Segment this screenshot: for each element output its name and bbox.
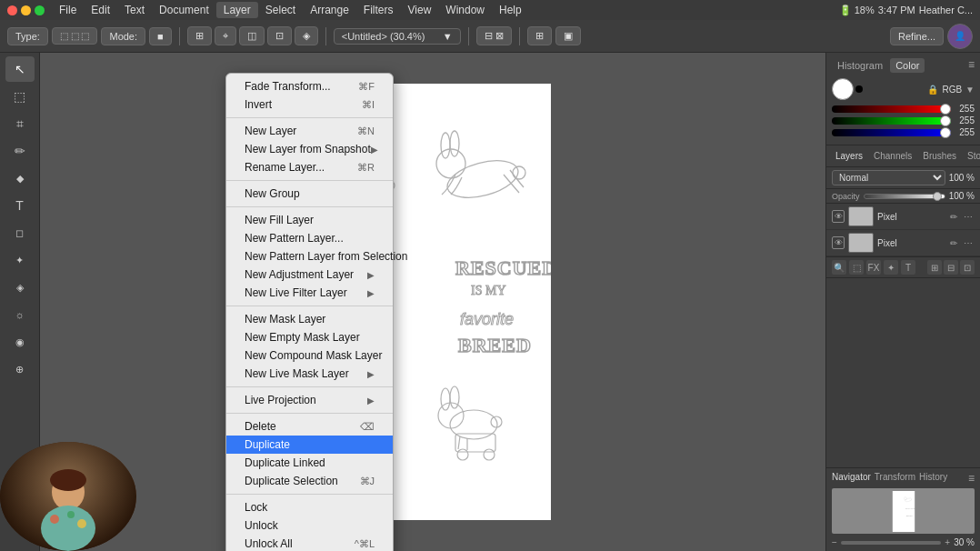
layer-fx-btn[interactable]: FX: [866, 260, 881, 275]
close-button[interactable]: [7, 5, 17, 15]
tool-sample[interactable]: ⊕: [5, 356, 35, 382]
layer-star-btn[interactable]: ✦: [884, 260, 898, 275]
menu-item-new-layer[interactable]: New Layer ⌘N: [226, 122, 393, 140]
canvas-area[interactable]: RESCUED IS MY favorite BREED: [40, 53, 825, 551]
menu-layer[interactable]: Layer: [216, 2, 258, 18]
toolbar-icon-1[interactable]: ⊞: [187, 26, 212, 45]
menu-item-lock[interactable]: Lock: [226, 498, 393, 516]
color-r-slider[interactable]: [832, 105, 951, 113]
menu-item-new-compound-mask[interactable]: New Compound Mask Layer: [226, 346, 393, 365]
menu-item-new-pattern-sel[interactable]: New Pattern Layer from Selection: [226, 247, 393, 265]
menu-item-new-group[interactable]: New Group: [226, 185, 393, 203]
color-b-slider[interactable]: [832, 129, 951, 136]
toolbar-icon-5[interactable]: ◈: [295, 26, 318, 45]
layer-edit-btn-2[interactable]: ✏: [947, 236, 960, 249]
menu-help[interactable]: Help: [492, 2, 529, 18]
layer-cursor-btn[interactable]: T: [901, 260, 915, 275]
menu-item-new-live-filter[interactable]: New Live Filter Layer ▶: [226, 284, 393, 302]
menu-item-new-mask[interactable]: New Mask Layer: [226, 310, 393, 328]
tool-blur[interactable]: ◉: [5, 329, 35, 355]
menu-item-new-layer-snapshot[interactable]: New Layer from Snapshot ▶: [226, 140, 393, 158]
blend-mode-select[interactable]: Normal: [832, 170, 945, 185]
menu-item-invert[interactable]: Invert ⌘I: [226, 95, 393, 114]
menu-item-duplicate-linked[interactable]: Duplicate Linked: [226, 454, 393, 472]
toolbar-icon-4[interactable]: ⊡: [267, 26, 292, 45]
maximize-button[interactable]: [35, 5, 45, 15]
layer-item-1[interactable]: 👁 Pixel ✏ ⋯: [826, 204, 980, 230]
menu-item-unlock-all[interactable]: Unlock All ^⌘L: [226, 535, 393, 551]
menu-arrange[interactable]: Arrange: [303, 2, 356, 18]
panel-menu-icon[interactable]: ≡: [968, 58, 975, 73]
tool-select[interactable]: ⬚: [5, 84, 35, 109]
layer-more-btn-1[interactable]: ⋯: [962, 210, 975, 223]
layer-vis-2[interactable]: 👁: [832, 236, 845, 249]
layer-panel-icon-1[interactable]: ⊞: [927, 260, 942, 275]
menu-item-new-fill[interactable]: New Fill Layer: [226, 211, 393, 229]
color-g-slider[interactable]: [832, 117, 951, 125]
opacity-thumb[interactable]: [933, 192, 942, 201]
menu-item-duplicate-selection[interactable]: Duplicate Selection ⌘J: [226, 472, 393, 490]
toolbar-view-icons[interactable]: ⊟ ⊠: [476, 26, 512, 45]
navigator-thumbnail[interactable]: RESCUED BREED: [832, 488, 975, 534]
layer-panel-icon-2[interactable]: ⊟: [944, 260, 958, 275]
zoom-plus-icon[interactable]: +: [945, 537, 950, 547]
tab-transform[interactable]: Transform: [875, 472, 915, 485]
menu-item-duplicate[interactable]: Duplicate: [226, 436, 393, 454]
menu-document[interactable]: Document: [152, 2, 216, 18]
navigator-menu-icon[interactable]: ≡: [968, 472, 975, 485]
zoom-slider[interactable]: [841, 541, 942, 545]
mode-selector[interactable]: ■: [149, 27, 172, 45]
menu-window[interactable]: Window: [438, 2, 492, 18]
tool-shape[interactable]: ◻: [5, 220, 35, 245]
toolbar-monitor-icon[interactable]: ▣: [555, 26, 581, 45]
menu-item-new-pattern[interactable]: New Pattern Layer...: [226, 229, 393, 247]
menu-select[interactable]: Select: [258, 2, 303, 18]
menu-edit[interactable]: Edit: [84, 2, 117, 18]
menu-item-new-empty-mask[interactable]: New Empty Mask Layer: [226, 328, 393, 346]
color-r-thumb[interactable]: [940, 104, 951, 115]
tool-fill[interactable]: ◆: [5, 165, 35, 191]
tool-erase[interactable]: ◈: [5, 275, 35, 300]
toolbar-icon-3[interactable]: ◫: [239, 26, 265, 45]
minimize-button[interactable]: [21, 5, 31, 15]
layer-vis-1[interactable]: 👁: [832, 210, 845, 223]
tab-navigator[interactable]: Navigator: [832, 472, 871, 485]
layer-item-2[interactable]: 👁 Pixel ✏ ⋯: [826, 230, 980, 256]
menu-view[interactable]: View: [401, 2, 439, 18]
tab-stock[interactable]: Stock: [964, 149, 980, 163]
color-b-thumb[interactable]: [940, 127, 951, 138]
document-title[interactable]: <Untitled> (30.4%) ▼: [334, 28, 461, 45]
color-swatch-white[interactable]: [832, 78, 854, 100]
user-icon[interactable]: 👤: [947, 24, 973, 49]
toolbar-grid-icon[interactable]: ⊞: [527, 26, 552, 45]
tool-brush[interactable]: ✏: [5, 138, 35, 164]
color-g-thumb[interactable]: [940, 115, 951, 126]
tab-color[interactable]: Color: [890, 58, 925, 73]
menu-file[interactable]: File: [52, 2, 84, 18]
menu-item-fade-transform[interactable]: Fade Transform... ⌘F: [226, 77, 393, 95]
tab-channels[interactable]: Channels: [870, 149, 915, 163]
tab-histogram[interactable]: Histogram: [832, 58, 888, 73]
layer-edit-btn-1[interactable]: ✏: [947, 210, 960, 223]
menu-item-delete[interactable]: Delete ⌫: [226, 417, 393, 436]
menu-item-rename-layer[interactable]: Rename Layer... ⌘R: [226, 158, 393, 176]
menu-item-live-projection[interactable]: Live Projection ▶: [226, 391, 393, 409]
color-swatch-black[interactable]: [855, 85, 863, 93]
tool-vector[interactable]: ✦: [5, 247, 35, 273]
type-selector[interactable]: ⬚ ⬚ ⬚: [52, 27, 98, 45]
layer-group-btn[interactable]: ⬚: [849, 260, 864, 275]
layer-more-btn-2[interactable]: ⋯: [962, 236, 975, 249]
tool-text[interactable]: T: [5, 193, 35, 218]
tool-dodge[interactable]: ☼: [5, 302, 35, 327]
zoom-minus-icon[interactable]: −: [832, 537, 837, 547]
tab-brushes[interactable]: Brushes: [919, 149, 960, 163]
menu-item-unlock[interactable]: Unlock: [226, 516, 393, 535]
layer-panel-icon-3[interactable]: ⊡: [960, 260, 975, 275]
menu-filters[interactable]: Filters: [356, 2, 401, 18]
refine-button[interactable]: Refine...: [890, 27, 944, 45]
tool-crop[interactable]: ⌗: [5, 111, 35, 136]
menu-item-new-live-mask[interactable]: New Live Mask Layer ▶: [226, 365, 393, 383]
layer-add-btn[interactable]: 🔍: [832, 260, 846, 275]
tab-history[interactable]: History: [919, 472, 947, 485]
menu-item-new-adjustment[interactable]: New Adjustment Layer ▶: [226, 265, 393, 284]
